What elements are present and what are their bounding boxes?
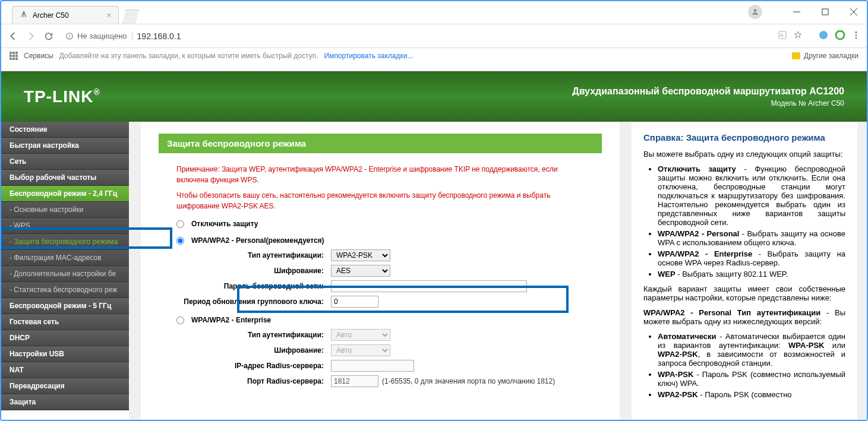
- back-button[interactable]: [7, 30, 19, 42]
- sidebar-item-frequency[interactable]: Выбор рабочей частоты: [1, 170, 129, 186]
- select-auth-type-enterprise[interactable]: Авто: [331, 329, 390, 341]
- select-auth-type-personal[interactable]: WPA2-PSK: [331, 249, 390, 261]
- label-radius-port: Порт Radius-сервера:: [176, 377, 331, 385]
- svg-text:G: G: [780, 33, 783, 37]
- label-encryption-2: Шифрование:: [176, 346, 331, 354]
- sidebar-item-usb[interactable]: Настройки USB: [1, 346, 129, 362]
- label-auth-type: Тип аутентификации:: [176, 251, 331, 259]
- note-wps: Примечание: Защита WEP, аутентификация W…: [176, 164, 584, 185]
- input-group-key[interactable]: [331, 296, 378, 308]
- help-scrollbar[interactable]: [857, 122, 867, 420]
- sidebar-scrollbar[interactable]: [129, 122, 138, 420]
- radio-enterprise[interactable]: [176, 316, 184, 324]
- browser-chrome: Archer C50 × Не защищено 192.168.0.1 G С…: [1, 1, 867, 71]
- tab-bar: Archer C50 ×: [1, 5, 867, 24]
- nav-bar: Не защищено 192.168.0.1 G: [1, 24, 867, 48]
- help-each-variant: Каждый вариант защиты имеет свои собстве…: [643, 284, 845, 302]
- sidebar-sub-wps[interactable]: - WPS: [1, 218, 129, 234]
- radio-disable[interactable]: [176, 220, 184, 228]
- help-li-auto: Автоматически - Автоматически выбирается…: [658, 332, 845, 368]
- tab-title: Archer C50: [33, 11, 69, 20]
- close-icon[interactable]: [848, 6, 860, 18]
- help-li-disable: Отключить защиту - Функцию беспроводной …: [658, 164, 845, 227]
- select-encryption-personal[interactable]: AES: [331, 265, 390, 277]
- main-panel: Защита беспроводного режима Примечание: …: [141, 122, 620, 420]
- input-radius-ip[interactable]: [331, 360, 414, 372]
- svg-point-12: [856, 31, 857, 33]
- help-li-personal: WPA/WPA2 - Personal - Выбрать защиту на …: [658, 229, 845, 247]
- label-radius-ip: IP-адрес Radius-сервера:: [176, 362, 331, 370]
- sidebar-sub-mac-filter[interactable]: - Фильтрация MAC-адресов: [1, 250, 129, 266]
- svg-point-13: [856, 34, 857, 36]
- url-text: 192.168.0.1: [137, 31, 181, 41]
- svg-point-14: [856, 37, 857, 39]
- help-li-wep: WEP - Выбрать защиту 802.11 WEP.: [658, 270, 845, 278]
- svg-rect-2: [822, 9, 828, 15]
- label-password: Пароль беспроводной сети:: [176, 282, 331, 290]
- import-bookmarks-link[interactable]: Импортировать закладки...: [324, 52, 414, 60]
- note-recommend: Чтобы обезопасить вашу сеть, настоятельн…: [176, 190, 584, 211]
- extension-icon-2[interactable]: [835, 30, 845, 42]
- main-scrollbar[interactable]: [622, 122, 632, 420]
- sidebar-item-wireless-5[interactable]: Беспроводной режим - 5 ГГц: [1, 298, 129, 314]
- sidebar-item-status[interactable]: Состояние: [1, 122, 129, 138]
- help-li-enterprise: WPA/WPA2 - Enterprise - Выбрать защиту н…: [658, 249, 845, 267]
- option-wpa-personal[interactable]: WPA/WPA2 - Personal(рекомендуется): [176, 236, 584, 245]
- sidebar-item-wireless-24[interactable]: Беспроводной режим - 2,4 ГГц: [1, 186, 129, 202]
- input-wireless-password[interactable]: [331, 280, 527, 292]
- option-disable-security[interactable]: Отключить защиту: [176, 220, 584, 228]
- help-title: Справка: Защита беспроводного режима: [643, 132, 845, 143]
- sidebar-sub-security[interactable]: - Защита беспроводного режима: [1, 234, 129, 250]
- help-panel: Справка: Защита беспроводного режима Вы …: [632, 122, 857, 420]
- forward-button[interactable]: [25, 30, 37, 42]
- sidebar-item-quick-setup[interactable]: Быстрая настройка: [1, 138, 129, 154]
- sidebar-sub-statistics[interactable]: - Статистика беспроводного реж: [1, 282, 129, 298]
- select-encryption-enterprise[interactable]: Авто: [331, 344, 390, 356]
- router-header: TP-LINK® Двухдиапазонный беспроводной ма…: [1, 71, 867, 122]
- other-bookmarks-link[interactable]: Другие закладки: [804, 52, 858, 60]
- router-body: Состояние Быстрая настройка Сеть Выбор р…: [1, 122, 867, 420]
- apps-icon[interactable]: [10, 52, 18, 60]
- svg-point-10: [819, 31, 828, 39]
- help-intro: Вы можете выбрать одну из следующих опци…: [643, 150, 845, 159]
- bookmark-star-icon[interactable]: [793, 30, 803, 42]
- sidebar-sub-advanced[interactable]: - Дополнительные настройки бе: [1, 266, 129, 282]
- input-radius-port[interactable]: [331, 375, 378, 387]
- sidebar-item-nat[interactable]: NAT: [1, 362, 129, 378]
- label-encryption: Шифрование:: [176, 267, 331, 275]
- user-profile-icon[interactable]: [748, 5, 762, 19]
- radio-personal[interactable]: [176, 237, 184, 245]
- browser-tab[interactable]: Archer C50 ×: [12, 6, 119, 24]
- radius-port-hint: (1-65535, 0 для значения порта по умолча…: [382, 377, 555, 385]
- device-model: Модель № Archer C50: [572, 99, 844, 107]
- sidebar: Состояние Быстрая настройка Сеть Выбор р…: [1, 122, 129, 420]
- address-bar[interactable]: Не защищено 192.168.0.1 G: [61, 28, 807, 44]
- svg-point-7: [70, 37, 70, 38]
- sidebar-item-network[interactable]: Сеть: [1, 154, 129, 170]
- help-li-wpapsk: WPA-PSK - Пароль PSK (совместно использу…: [658, 370, 845, 388]
- sidebar-item-dhcp[interactable]: DHCP: [1, 330, 129, 346]
- panel-title: Защита беспроводного режима: [159, 134, 602, 153]
- help-personal-auth: WPA/WPA2 - Personal Тип аутентификации -…: [643, 308, 845, 326]
- extension-icon-1[interactable]: [818, 30, 829, 42]
- minimize-icon[interactable]: [791, 6, 803, 18]
- svg-point-0: [754, 9, 757, 12]
- svg-point-11: [836, 31, 844, 39]
- option-wpa-enterprise[interactable]: WPA/WPA2 - Enterprise: [176, 316, 584, 324]
- sidebar-sub-basic[interactable]: - Основные настройки: [1, 202, 129, 218]
- tab-close-icon[interactable]: ×: [107, 11, 111, 20]
- services-link[interactable]: Сервисы: [24, 52, 53, 60]
- maximize-icon[interactable]: [819, 6, 831, 18]
- tplink-logo: TP-LINK®: [24, 87, 100, 106]
- device-title: Двухдиапазонный беспроводной маршрутизат…: [572, 86, 844, 97]
- translate-icon[interactable]: G: [778, 30, 787, 42]
- security-indicator[interactable]: Не защищено: [65, 31, 132, 40]
- menu-icon[interactable]: [851, 30, 861, 42]
- bookmark-bar: Сервисы Добавляйте на эту панель закладк…: [1, 48, 867, 64]
- sidebar-item-guest[interactable]: Гостевая сеть: [1, 314, 129, 330]
- label-group-key: Период обновления группового ключа:: [176, 297, 331, 306]
- reload-button[interactable]: [43, 30, 55, 42]
- sidebar-item-security[interactable]: Защита: [1, 394, 129, 410]
- new-tab-button[interactable]: [122, 10, 139, 24]
- sidebar-item-forwarding[interactable]: Переадресация: [1, 378, 129, 394]
